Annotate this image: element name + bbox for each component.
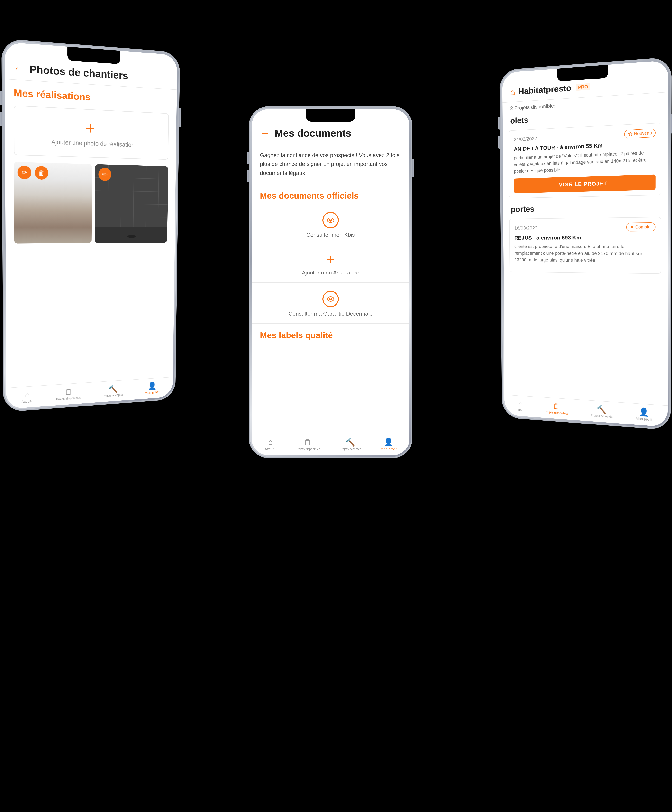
projets-icon-left: 🗒 (65, 388, 72, 396)
badge-complet: ✕ Complet (626, 222, 655, 232)
right-bottom-nav: ⌂ ueil 🗒 Projets disponibles 🔨 Projets a… (504, 394, 668, 427)
project-date-1: 24/03/2022 (514, 136, 537, 142)
volume-down-btn[interactable] (0, 112, 2, 126)
notch-center (306, 109, 355, 121)
phone-center: ← Mes documents Gagnez la confiance de v… (249, 106, 412, 458)
svg-point-30 (330, 299, 331, 300)
x-icon: ✕ (630, 224, 634, 230)
photo-item-2[interactable]: ✏ (95, 164, 168, 243)
left-screen: ← Photos de chantiers Mes réalisations +… (5, 42, 178, 409)
nav-accepted-left[interactable]: 🔨 Projets acceptés (103, 385, 123, 398)
assurance-item[interactable]: + Ajouter mon Assurance (252, 245, 409, 283)
accepted-icon-center: 🔨 (345, 438, 355, 446)
add-photo-icon: + (85, 119, 102, 137)
project-card-1[interactable]: 24/03/2022 Nouveau AN DE LA TOUR - à env… (509, 123, 662, 198)
photo-item-1[interactable]: ✏ 🗑 (14, 162, 92, 244)
project-date-2: 16/03/2022 (514, 225, 537, 230)
nav-label-accueil-left: Accueil (21, 399, 33, 404)
project-card-2[interactable]: 16/03/2022 ✕ Complet REJUS - à environ 6… (509, 217, 661, 274)
eye-icon-kbis (327, 216, 335, 224)
nav-projets-left[interactable]: 🗒 Projets disponibles (56, 387, 81, 401)
home-icon-center: ⌂ (268, 438, 273, 446)
nav-label-projets-center: Projets disponibles (296, 447, 320, 451)
project-meta-2: 16/03/2022 ✕ Complet (514, 222, 655, 232)
svg-point-9 (23, 225, 83, 242)
projets-icon-center: 🗒 (304, 438, 312, 446)
docs-officiels-title: Mes documents officiels (252, 184, 409, 204)
vol-down-center[interactable] (247, 170, 249, 183)
assurance-plus-icon: + (327, 253, 335, 266)
eye-icon-garantie (327, 295, 335, 303)
kbis-icon (322, 212, 339, 229)
nav-label-accueil-center: Accueil (265, 447, 276, 451)
nav-accueil-left[interactable]: ⌂ Accueil (21, 390, 33, 404)
project-location-2: REJUS - à environ 693 Km (514, 234, 655, 241)
logo-house-icon: ⌂ (510, 86, 515, 97)
svg-point-27 (330, 220, 331, 221)
projets-icon-right: 🗒 (553, 402, 560, 410)
category-portes: portes (503, 198, 668, 216)
svg-line-4 (14, 193, 92, 194)
page-title-center: Mes documents (275, 127, 351, 139)
nav-label-projets-left: Projets disponibles (56, 396, 81, 401)
accepted-icon-left: 🔨 (108, 385, 118, 393)
svg-rect-7 (28, 206, 79, 227)
add-photo-label: Ajouter une photo de réalisation (51, 138, 135, 148)
garantie-icon (322, 291, 339, 307)
add-photo-box[interactable]: + Ajouter une photo de réalisation (14, 105, 169, 160)
svg-rect-6 (25, 203, 82, 207)
nav-profil-center[interactable]: 👤 Mon profit (381, 438, 397, 451)
labels-title: Mes labels qualité (252, 324, 409, 343)
garantie-item[interactable]: Consulter ma Garantie Décennale (252, 283, 409, 324)
svg-point-10 (26, 226, 80, 241)
nav-label-projets-right: Projets disponibles (545, 410, 568, 415)
kbis-item[interactable]: Consulter mon Kbis (252, 204, 409, 245)
nav-profil-right[interactable]: 👤 Mon profit (636, 408, 652, 422)
phone-left: ← Photos de chantiers Mes réalisations +… (2, 38, 180, 412)
home-icon-left: ⌂ (25, 391, 30, 399)
nav-accueil-right[interactable]: ⌂ ueil (518, 400, 523, 413)
logo-pro-badge: PRO (576, 83, 590, 91)
voir-projet-1[interactable]: VOIR LE PROJET (514, 174, 655, 193)
nav-accepted-right[interactable]: 🔨 Projets acceptés (591, 405, 612, 419)
nav-label-profil-right: Mon profit (636, 416, 652, 422)
center-screen: ← Mes documents Gagnez la confiance de v… (252, 109, 409, 455)
nav-accepted-center[interactable]: 🔨 Projets acceptés (339, 438, 361, 451)
home-icon-right: ⌂ (518, 400, 523, 408)
right-screen: ⌂ Habitatpresto PRO 2 Projets disponible… (502, 60, 669, 427)
nav-profil-left[interactable]: 👤 Mon profit (145, 382, 159, 395)
nav-projets-right[interactable]: 🗒 Projets disponibles (545, 402, 568, 415)
nav-projets-center[interactable]: 🗒 Projets disponibles (296, 438, 320, 451)
vol-up-right[interactable] (498, 117, 500, 130)
page-title-left: Photos de chantiers (29, 63, 128, 82)
nav-label-accepted-center: Projets acceptés (339, 447, 361, 451)
svg-rect-23 (95, 227, 167, 243)
photos-grid: ✏ 🗑 (5, 162, 176, 244)
garantie-label: Consulter ma Garantie Décennale (289, 310, 373, 317)
nav-accueil-center[interactable]: ⌂ Accueil (265, 438, 276, 451)
back-button-center[interactable]: ← (260, 128, 270, 139)
phone-right: ⌂ Habitatpresto PRO 2 Projets disponible… (499, 57, 672, 430)
nav-label-accueil-right: ueil (518, 408, 523, 412)
vol-up-center[interactable] (247, 152, 249, 164)
nav-label-accepted-left: Projets acceptés (103, 393, 123, 397)
accepted-icon-right: 🔨 (597, 405, 607, 414)
profil-icon-center: 👤 (384, 438, 393, 446)
project-desc-2: cliente est propriétaire d'une maison. E… (515, 243, 655, 264)
vol-down-right[interactable] (498, 136, 500, 149)
nav-label-profil-left: Mon profit (145, 390, 159, 395)
project-desc-1: particulier a un projet de "Volets"; Il … (514, 149, 656, 175)
power-btn[interactable] (179, 107, 181, 127)
back-button[interactable]: ← (14, 62, 24, 75)
volume-up-btn[interactable] (0, 91, 2, 105)
svg-marker-31 (628, 132, 633, 136)
docs-description: Gagnez la confiance de vos prospects ! V… (252, 144, 409, 184)
delete-photo-1[interactable]: 🗑 (35, 166, 48, 180)
power-right[interactable] (671, 114, 672, 134)
power-center[interactable] (412, 159, 414, 177)
svg-line-3 (14, 183, 92, 184)
logo-text: Habitatpresto (518, 83, 571, 96)
nav-label-profil-center: Mon profit (381, 447, 397, 451)
center-bottom-nav: ⌂ Accueil 🗒 Projets disponibles 🔨 Projet… (252, 434, 409, 455)
edit-photo-2[interactable]: ✏ (98, 168, 111, 181)
